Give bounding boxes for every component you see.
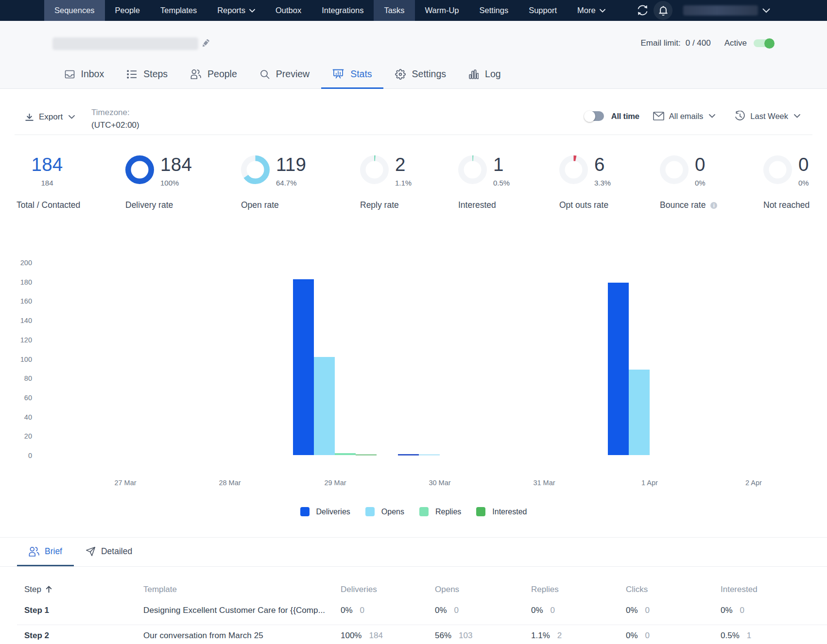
svg-text:40: 40 — [24, 413, 32, 421]
svg-text:27 Mar: 27 Mar — [114, 479, 136, 487]
svg-text:2 Apr: 2 Apr — [745, 479, 762, 487]
svg-text:60: 60 — [24, 394, 32, 402]
svg-text:1 Apr: 1 Apr — [641, 479, 658, 487]
svg-text:20: 20 — [24, 432, 32, 440]
svg-text:30 Mar: 30 Mar — [429, 479, 450, 487]
svg-text:100: 100 — [20, 356, 32, 363]
svg-text:80: 80 — [24, 374, 32, 382]
svg-text:29 Mar: 29 Mar — [324, 479, 346, 487]
svg-text:28 Mar: 28 Mar — [219, 479, 241, 487]
svg-text:31 Mar: 31 Mar — [533, 479, 555, 487]
svg-text:200: 200 — [20, 259, 32, 267]
svg-text:140: 140 — [20, 317, 32, 324]
svg-text:0: 0 — [28, 452, 32, 459]
svg-text:160: 160 — [20, 297, 32, 305]
svg-text:180: 180 — [20, 278, 32, 286]
svg-text:120: 120 — [20, 336, 32, 344]
